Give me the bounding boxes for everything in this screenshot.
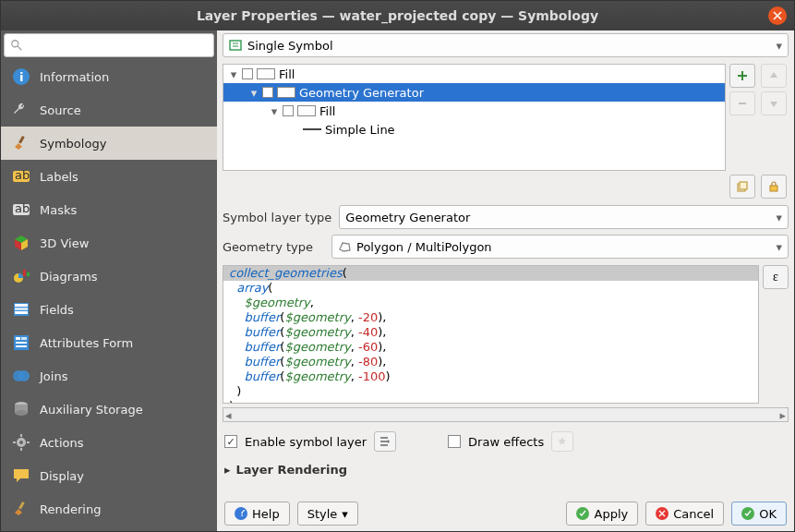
svg-rect-17 xyxy=(16,337,20,340)
sidebar-item-labels[interactable]: abcLabels xyxy=(1,160,217,193)
sidebar-item-information[interactable]: iInformation xyxy=(1,60,217,93)
sidebar-item-rendering[interactable]: Rendering xyxy=(1,492,217,526)
sidebar-item-joins[interactable]: Joins xyxy=(1,359,217,393)
symbol-layer-type-combo[interactable]: Geometry Generator ▾ xyxy=(339,205,789,229)
svg-rect-14 xyxy=(15,308,28,310)
add-layer-button[interactable] xyxy=(729,64,755,88)
move-up-button[interactable] xyxy=(761,64,787,88)
sidebar-item-masks[interactable]: abcMasks xyxy=(1,193,217,226)
svg-text:?: ? xyxy=(239,510,245,517)
abc-y-icon: abc xyxy=(12,167,30,186)
svg-rect-10 xyxy=(23,270,26,276)
tree-row-fill[interactable]: ▾Fill xyxy=(223,102,725,120)
symbol-swatch xyxy=(303,128,321,130)
search-icon xyxy=(10,39,23,52)
join-icon xyxy=(12,367,30,385)
svg-rect-32 xyxy=(18,502,25,509)
symbol-swatch xyxy=(277,87,295,98)
sidebar-item-attributes-form[interactable]: Attributes Form xyxy=(1,326,217,359)
sidebar-item-fields[interactable]: Fields xyxy=(1,293,217,326)
tree-row-geometry-generator[interactable]: ▾Geometry Generator xyxy=(223,83,725,102)
chevron-down-icon: ▾ xyxy=(776,240,782,254)
abc-g-icon: abc xyxy=(12,200,30,219)
tree-row-simple-line[interactable]: Simple Line xyxy=(223,120,725,139)
symbol-type-label: Single Symbol xyxy=(247,39,333,53)
sidebar-item-3d-view[interactable]: 3D View xyxy=(1,226,217,260)
apply-button[interactable]: Apply xyxy=(566,502,638,526)
main-panel: Single Symbol ▾ ▾Fill▾Geometry Generator… xyxy=(217,30,794,531)
search-input[interactable] xyxy=(4,33,214,57)
cancel-button[interactable]: Cancel xyxy=(645,502,724,526)
sidebar-item-symbology[interactable]: Symbology xyxy=(1,127,217,160)
expand-icon: ▸ xyxy=(224,463,231,477)
db-icon xyxy=(12,400,30,418)
lock-layer-button[interactable] xyxy=(761,175,787,199)
symbol-tree[interactable]: ▾Fill▾Geometry Generator▾FillSimple Line xyxy=(223,64,726,171)
tree-row-fill[interactable]: ▾Fill xyxy=(223,65,725,83)
brush2-icon xyxy=(12,500,30,518)
chevron-down-icon: ▾ xyxy=(776,211,782,224)
horizontal-scrollbar[interactable]: ◂▸ xyxy=(223,407,789,422)
cube-icon xyxy=(12,234,30,252)
data-defined-enable-button[interactable] xyxy=(374,431,396,452)
duplicate-layer-button[interactable] xyxy=(729,175,755,199)
svg-rect-18 xyxy=(21,337,27,340)
svg-point-0 xyxy=(12,41,18,47)
window-title: Layer Properties — water_projected copy … xyxy=(197,8,598,23)
svg-rect-19 xyxy=(16,342,27,344)
visibility-checkbox[interactable] xyxy=(242,68,253,79)
symbol-type-combo[interactable]: Single Symbol ▾ xyxy=(223,33,789,57)
help-button[interactable]: ? Help xyxy=(224,502,290,526)
form-icon xyxy=(12,333,30,352)
svg-rect-20 xyxy=(16,345,27,347)
sidebar-item-auxiliary-storage[interactable]: Auxiliary Storage xyxy=(1,393,217,426)
wrench-icon xyxy=(12,101,30,119)
close-icon[interactable] xyxy=(768,6,787,25)
svg-point-22 xyxy=(18,370,30,381)
layer-rendering-section[interactable]: ▸ Layer Rendering xyxy=(217,457,794,482)
style-button[interactable]: Style ▾ xyxy=(297,502,358,526)
svg-text:abc: abc xyxy=(15,201,30,215)
visibility-checkbox[interactable] xyxy=(262,87,273,98)
svg-rect-37 xyxy=(740,182,747,189)
symbol-swatch xyxy=(257,68,275,79)
move-down-button[interactable] xyxy=(761,91,787,115)
ok-button[interactable]: OK xyxy=(731,502,787,526)
brush-icon xyxy=(12,134,30,152)
remove-layer-button[interactable] xyxy=(729,91,755,115)
enable-symbol-layer-checkbox[interactable] xyxy=(224,435,237,448)
enable-symbol-layer-label: Enable symbol layer xyxy=(245,435,367,449)
svg-rect-4 xyxy=(18,136,25,143)
titlebar: Layer Properties — water_projected copy … xyxy=(1,1,794,30)
expression-editor[interactable]: collect_geometries( array( $geometry, bu… xyxy=(223,265,759,404)
draw-effects-checkbox[interactable] xyxy=(448,435,461,448)
geometry-type-label: Geometry type xyxy=(223,240,324,254)
speech-icon xyxy=(12,466,30,485)
effects-options-button[interactable] xyxy=(551,431,573,452)
dia-icon xyxy=(12,267,30,285)
geometry-type-combo[interactable]: Polygon / MultiPolygon ▾ xyxy=(331,235,789,259)
svg-rect-33 xyxy=(230,41,241,50)
sidebar-item-actions[interactable]: Actions xyxy=(1,426,217,459)
single-symbol-icon xyxy=(229,39,244,52)
fields-icon xyxy=(12,300,30,319)
draw-effects-label: Draw effects xyxy=(468,435,544,449)
sidebar-item-diagrams[interactable]: Diagrams xyxy=(1,260,217,293)
svg-rect-13 xyxy=(15,304,28,307)
info-icon: i xyxy=(12,67,30,86)
sidebar-item-display[interactable]: Display xyxy=(1,459,217,492)
svg-point-27 xyxy=(19,441,23,444)
svg-rect-38 xyxy=(770,186,777,191)
svg-rect-11 xyxy=(27,272,30,276)
svg-point-25 xyxy=(15,410,28,416)
chevron-down-icon: ▾ xyxy=(342,507,348,521)
svg-text:abc: abc xyxy=(15,168,30,182)
svg-rect-15 xyxy=(15,311,28,314)
symbol-swatch xyxy=(297,105,316,116)
gear-icon xyxy=(12,433,30,452)
visibility-checkbox[interactable] xyxy=(283,105,294,116)
svg-line-1 xyxy=(18,46,21,50)
symbol-layer-type-label: Symbol layer type xyxy=(223,211,331,224)
expression-dialog-button[interactable]: ε xyxy=(763,265,789,289)
sidebar-item-source[interactable]: Source xyxy=(1,93,217,127)
